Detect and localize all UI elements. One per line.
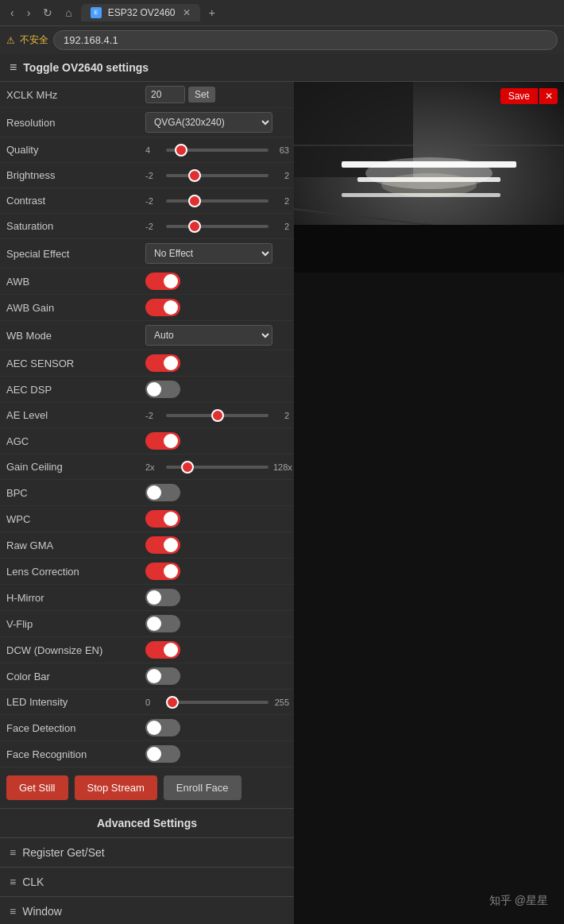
wpc-label: WPC [6, 513, 145, 525]
special-effect-row: Special Effect No Effect Negative Graysc… [0, 239, 294, 269]
special-effect-select[interactable]: No Effect Negative Grayscale Red Tint Gr… [145, 243, 272, 264]
active-tab[interactable]: E ESP32 OV2460 ✕ [81, 4, 200, 21]
aec-sensor-toggle[interactable] [145, 354, 180, 372]
gain-ceiling-control: 2x 128x [145, 462, 292, 472]
saturation-slider[interactable] [166, 225, 268, 228]
resolution-control: QVGA(320x240) UXGA(1600x1200) SXGA(1280x… [145, 112, 288, 133]
aec-dsp-control [145, 381, 288, 398]
home-button[interactable]: ⌂ [61, 5, 75, 21]
window-header[interactable]: ≡ Window [0, 897, 294, 924]
reload-button[interactable]: ↻ [39, 5, 56, 21]
v-flip-control [145, 615, 288, 632]
awb-control [145, 273, 288, 290]
aec-sensor-thumb [164, 356, 178, 370]
aec-sensor-label: AEC SENSOR [6, 358, 145, 369]
led-intensity-label: LED Intensity [6, 696, 145, 708]
forward-button[interactable]: › [23, 5, 35, 21]
color-bar-toggle[interactable] [145, 667, 180, 685]
get-still-button[interactable]: Get Still [6, 775, 68, 800]
color-bar-row: Color Bar [0, 663, 294, 690]
wpc-track [145, 510, 180, 528]
saturation-max: 2 [273, 222, 289, 231]
bpc-track [145, 484, 180, 501]
tab-bar: ‹ › ↻ ⌂ E ESP32 OV2460 ✕ + [0, 0, 564, 25]
raw-gma-control [145, 536, 288, 554]
agc-control [145, 432, 288, 450]
close-tab-button[interactable]: ✕ [183, 7, 191, 18]
agc-toggle[interactable] [145, 432, 180, 450]
contrast-label: Contrast [6, 195, 145, 207]
contrast-max: 2 [273, 196, 289, 206]
brightness-slider[interactable] [166, 174, 268, 177]
enroll-face-button[interactable]: Enroll Face [164, 775, 241, 800]
quality-control: 4 63 [145, 145, 289, 155]
special-effect-control: No Effect Negative Grayscale Red Tint Gr… [145, 243, 288, 264]
led-intensity-min: 0 [145, 698, 161, 707]
saturation-min: -2 [145, 222, 161, 231]
h-mirror-toggle[interactable] [145, 589, 180, 606]
resolution-select[interactable]: QVGA(320x240) UXGA(1600x1200) SXGA(1280x… [145, 112, 272, 133]
color-bar-track [145, 667, 180, 685]
lens-correction-thumb [164, 564, 178, 578]
tab-favicon: E [91, 7, 102, 18]
clk-section: ≡ CLK [0, 868, 294, 897]
page-content: ≡ Toggle OV2640 settings XCLK MHz Set [0, 54, 564, 924]
aec-dsp-toggle[interactable] [145, 381, 180, 398]
face-detection-toggle[interactable] [145, 719, 180, 736]
h-mirror-thumb [147, 590, 161, 605]
camera-image-container: Save ✕ [294, 82, 564, 273]
led-intensity-slider[interactable] [166, 701, 268, 704]
v-flip-toggle[interactable] [145, 615, 180, 632]
register-header[interactable]: ≡ Register Get/Set [0, 838, 294, 867]
face-detection-row: Face Detection [0, 715, 294, 741]
bpc-label: BPC [6, 487, 145, 499]
ae-level-slider[interactable] [166, 414, 268, 417]
menu-icon[interactable]: ≡ [10, 60, 17, 75]
save-button[interactable]: Save [500, 88, 538, 104]
dcw-toggle[interactable] [145, 641, 180, 659]
aec-dsp-thumb [147, 382, 161, 396]
contrast-slider[interactable] [166, 199, 268, 203]
bpc-toggle[interactable] [145, 484, 180, 501]
h-mirror-control [145, 589, 288, 606]
save-close-button[interactable]: ✕ [539, 88, 558, 104]
awb-gain-track [145, 299, 180, 316]
raw-gma-toggle[interactable] [145, 536, 180, 554]
menu-lines-icon-window: ≡ [10, 905, 16, 918]
gain-ceiling-slider[interactable] [166, 466, 268, 469]
lens-correction-label: Lens Correction [6, 566, 145, 578]
quality-min: 4 [145, 145, 161, 155]
browser-chrome: ‹ › ↻ ⌂ E ESP32 OV2460 ✕ + ⚠ 不安全 192.168… [0, 0, 564, 54]
contrast-min: -2 [145, 196, 161, 206]
security-warning-text: 不安全 [20, 33, 48, 47]
brightness-row: Brightness -2 2 [0, 163, 294, 188]
bpc-row: BPC [0, 480, 294, 506]
face-recognition-row: Face Recognition [0, 741, 294, 767]
wpc-thumb [164, 512, 178, 526]
quality-row: Quality 4 63 [0, 137, 294, 163]
awb-toggle[interactable] [145, 273, 180, 290]
awb-gain-toggle[interactable] [145, 299, 180, 316]
stop-stream-button[interactable]: Stop Stream [75, 775, 157, 800]
address-input[interactable]: 192.168.4.1 [53, 30, 558, 50]
tab-title: ESP32 OV2460 [108, 7, 176, 18]
face-recognition-toggle[interactable] [145, 745, 180, 763]
window-section: ≡ Window [0, 897, 294, 924]
gain-ceiling-max: 128x [273, 462, 292, 472]
lens-correction-toggle[interactable] [145, 563, 180, 580]
wb-mode-select[interactable]: Auto Sunny Cloudy Office Home [145, 325, 272, 346]
raw-gma-thumb [164, 538, 178, 552]
quality-slider[interactable] [166, 149, 268, 152]
face-detection-control [145, 719, 288, 736]
xclk-input[interactable] [145, 86, 185, 103]
raw-gma-label: Raw GMA [6, 539, 145, 551]
wpc-row: WPC [0, 506, 294, 532]
new-tab-button[interactable]: + [205, 5, 219, 21]
wpc-control [145, 510, 288, 528]
xclk-set-button[interactable]: Set [188, 87, 215, 102]
face-detection-track [145, 719, 180, 736]
back-button[interactable]: ‹ [6, 5, 18, 21]
clk-header[interactable]: ≡ CLK [0, 868, 294, 896]
wpc-toggle[interactable] [145, 510, 180, 528]
aec-sensor-track [145, 354, 180, 372]
